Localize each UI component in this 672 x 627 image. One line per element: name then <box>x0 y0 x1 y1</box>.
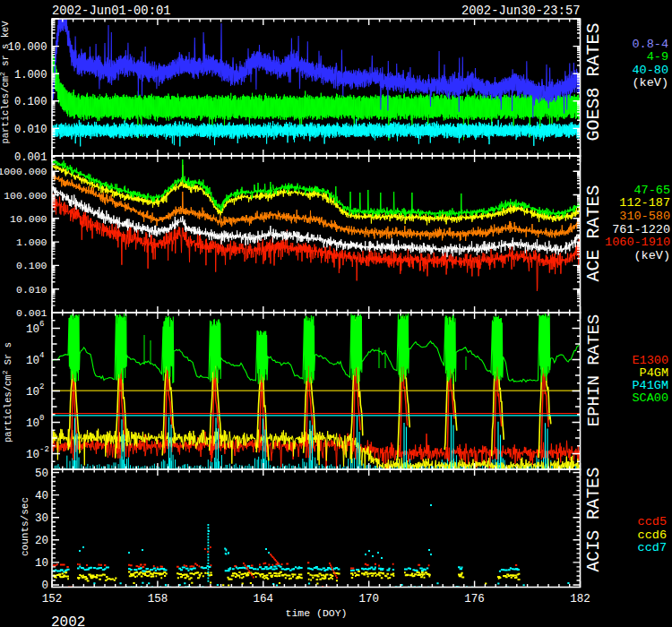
svg-text:112-187: 112-187 <box>619 196 670 210</box>
svg-text:(keV): (keV) <box>633 249 670 262</box>
svg-text:47-65: 47-65 <box>633 184 670 197</box>
svg-text:ACIS RATES: ACIS RATES <box>584 467 604 571</box>
svg-text:2002-Jun01-00:01: 2002-Jun01-00:01 <box>52 4 170 18</box>
svg-text:30: 30 <box>35 512 48 525</box>
svg-text:158: 158 <box>148 593 168 606</box>
svg-text:10: 10 <box>26 355 39 367</box>
svg-text:E1300: E1300 <box>632 354 668 367</box>
svg-text:0: 0 <box>41 580 48 592</box>
svg-text:particles/cm2 sr s keV: particles/cm2 sr s keV <box>0 21 11 144</box>
svg-text:170: 170 <box>358 593 379 606</box>
svg-text:2: 2 <box>39 382 44 391</box>
svg-text:1.000: 1.000 <box>16 236 47 248</box>
svg-text:1000.000: 1000.000 <box>0 166 47 177</box>
svg-text:(keV): (keV) <box>632 76 668 90</box>
svg-text:1.000: 1.000 <box>14 69 47 82</box>
svg-text:10.000: 10.000 <box>8 41 47 54</box>
svg-text:-2: -2 <box>39 445 49 454</box>
svg-text:2002: 2002 <box>51 614 85 627</box>
svg-text:ccd5: ccd5 <box>638 515 667 528</box>
svg-text:0.8-4: 0.8-4 <box>632 38 668 51</box>
svg-text:20: 20 <box>35 535 48 547</box>
svg-text:4-9: 4-9 <box>647 50 668 64</box>
svg-text:152: 152 <box>42 593 63 606</box>
svg-text:counts/sec: counts/sec <box>20 497 30 556</box>
svg-text:164: 164 <box>254 593 274 606</box>
svg-text:0.001: 0.001 <box>16 307 47 319</box>
svg-text:ccd6: ccd6 <box>638 528 667 542</box>
svg-text:ACE RATES: ACE RATES <box>583 185 604 281</box>
svg-text:100.000: 100.000 <box>4 190 47 202</box>
svg-text:50: 50 <box>35 468 48 480</box>
svg-text:P4GM: P4GM <box>640 366 668 380</box>
svg-text:182: 182 <box>570 593 590 606</box>
svg-text:10: 10 <box>26 386 39 399</box>
svg-text:GOES8 RATES: GOES8 RATES <box>583 22 604 141</box>
svg-text:0.010: 0.010 <box>16 284 47 296</box>
svg-text:ccd7: ccd7 <box>638 541 667 554</box>
svg-text:6: 6 <box>39 320 44 329</box>
svg-text:time (DOY): time (DOY) <box>285 607 347 619</box>
svg-text:176: 176 <box>464 593 485 606</box>
svg-text:1060-1910: 1060-1910 <box>605 236 670 249</box>
svg-text:40: 40 <box>35 490 48 502</box>
svg-text:10.000: 10.000 <box>10 213 47 225</box>
svg-text:0: 0 <box>39 414 44 423</box>
svg-text:P41GM: P41GM <box>632 379 668 392</box>
svg-text:0.010: 0.010 <box>14 124 47 136</box>
svg-text:0.100: 0.100 <box>16 260 47 271</box>
svg-text:0.001: 0.001 <box>14 151 47 164</box>
svg-text:0.100: 0.100 <box>14 96 47 108</box>
svg-text:10: 10 <box>26 449 39 461</box>
svg-text:10: 10 <box>35 557 48 570</box>
svg-text:40-80: 40-80 <box>632 64 668 77</box>
svg-text:10: 10 <box>26 417 39 430</box>
svg-text:310-580: 310-580 <box>619 210 670 223</box>
svg-text:EPHIN RATES: EPHIN RATES <box>584 314 604 426</box>
svg-text:SCA00: SCA00 <box>632 391 668 405</box>
svg-text:10: 10 <box>26 323 39 336</box>
svg-text:761-1220: 761-1220 <box>612 223 670 236</box>
svg-text:4: 4 <box>39 351 44 360</box>
svg-text:particles/cm2 Sr s: particles/cm2 Sr s <box>1 342 13 442</box>
svg-text:2002-Jun30-23:57: 2002-Jun30-23:57 <box>461 4 580 18</box>
